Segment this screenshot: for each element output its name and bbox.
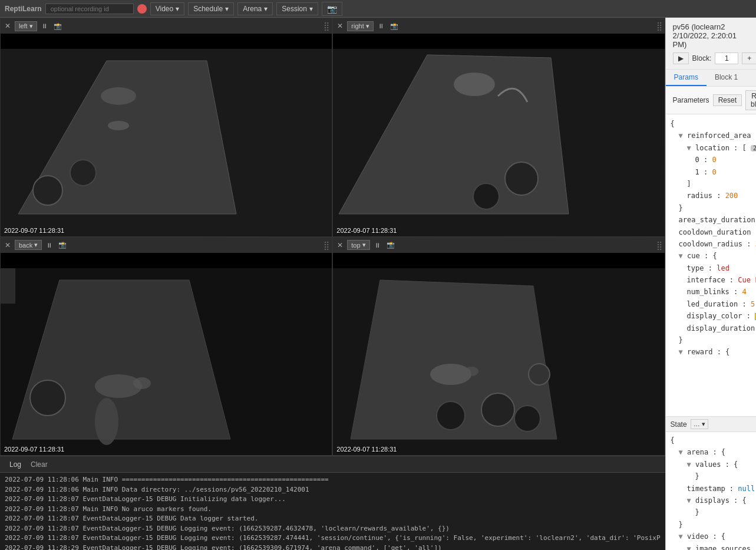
json-tree-line: 1 : 0 (671, 166, 751, 178)
json-tree-line: ▼ reinforced_area : { (671, 130, 751, 141)
camera-right-label: right (351, 22, 364, 29)
svg-rect-15 (1, 268, 15, 304)
log-tab[interactable]: Log (5, 459, 26, 470)
state-tree-line: } (671, 506, 751, 518)
block-add-button[interactable]: + (742, 52, 756, 64)
camera-back-label: back (19, 242, 32, 249)
video-menu[interactable]: Video ▾ (150, 2, 184, 15)
app-brand: ReptiLearn (5, 5, 42, 13)
state-tree-line: ▼ arena : { (671, 446, 751, 458)
play-button[interactable]: ▶ (673, 52, 689, 64)
schedule-menu[interactable]: Schedule ▾ (188, 2, 234, 15)
camera-top-close[interactable]: ✕ (335, 241, 345, 250)
json-tree-line: } (671, 334, 751, 346)
camera-back-label-btn[interactable]: back ▾ (15, 240, 42, 250)
json-tree-line: ▼ location : [ 2 items (671, 142, 751, 154)
schedule-menu-label: Schedule (193, 5, 223, 13)
session-menu-arrow: ▾ (309, 5, 313, 13)
log-line: 2022-07-09 11:28:07 EventDataLogger-15 D… (5, 533, 661, 544)
arena-menu[interactable]: Arena ▾ (237, 2, 273, 15)
camera-icon: 📷 (327, 4, 337, 14)
camera-top-header: ✕ top ▾ ⏸ 📸 ⣿ (333, 238, 664, 253)
camera-right-snap[interactable]: 📸 (388, 22, 400, 31)
video-panel: ✕ left ▾ ⏸ 📸 ⣿ (0, 18, 665, 550)
camera-back-close[interactable]: ✕ (3, 241, 12, 250)
navbar: ReptiLearn Video ▾ Schedule ▾ Arena ▾ Se… (0, 0, 756, 18)
json-tree-line: 0 : 0 (671, 154, 751, 166)
session-menu[interactable]: Session ▾ (276, 2, 318, 15)
camera-left-content (1, 34, 332, 236)
camera-left-close[interactable]: ✕ (3, 21, 12, 31)
arena-menu-arrow: ▾ (264, 5, 268, 13)
state-header: State … ▾ (666, 416, 756, 432)
camera-top-snap[interactable]: 📸 (385, 241, 397, 249)
camera-left-label: left (19, 22, 28, 29)
camera-right-bg (333, 49, 664, 236)
camera-top-label-btn[interactable]: top ▾ (347, 240, 369, 250)
rp-header: pv56 (loclearn2 2/10/2022, 2:20:01 PM) ▶… (666, 18, 756, 70)
recording-id-input[interactable] (45, 4, 134, 14)
camera-left-label-btn[interactable]: left ▾ (15, 21, 37, 31)
state-tree-line: ▼ image_sources : { (671, 543, 751, 550)
state-tree-line: ▼ values : { (671, 459, 751, 470)
record-button[interactable] (137, 4, 147, 14)
state-tree-line: ▼ video : { (671, 531, 751, 542)
video-menu-label: Video (156, 5, 173, 13)
log-line: 2022-07-09 11:28:07 EventDataLogger-15 D… (5, 524, 661, 534)
camera-top-bg (333, 268, 664, 456)
camera-right-drag[interactable]: ⣿ (656, 21, 662, 31)
params-toolbar: Parameters Reset Reset blocks (666, 87, 756, 114)
log-header: Log Clear (0, 456, 665, 473)
log-line: 2022-07-09 11:28:06 Main INFO Data direc… (5, 485, 661, 495)
json-tree-line: ▼ cue : { (671, 250, 751, 262)
reset-params-button[interactable]: Reset (713, 94, 742, 106)
camera-top-drag[interactable]: ⣿ (656, 241, 662, 250)
camera-right-pause[interactable]: ⏸ (376, 22, 386, 30)
camera-left-drag[interactable]: ⣿ (323, 21, 329, 31)
block-input[interactable] (715, 52, 738, 64)
log-clear-button[interactable]: Clear (31, 460, 48, 469)
state-tree-line: } (671, 470, 751, 482)
camera-back-drag[interactable]: ⣿ (323, 241, 329, 250)
camera-left-arrow: ▾ (29, 22, 33, 30)
rp-title: pv56 (loclearn2 2/10/2022, 2:20:01 PM) (673, 22, 749, 49)
state-label: State (671, 420, 687, 429)
svg-point-20 (481, 393, 514, 426)
camera-top-label: top (351, 242, 360, 249)
camera-top-pause[interactable]: ⏸ (372, 241, 382, 249)
svg-point-23 (430, 364, 471, 385)
camera-top-timestamp: 2022-09-07 11:28:31 (336, 446, 397, 453)
camera-toggle[interactable]: 📷 (322, 2, 342, 16)
svg-point-3 (70, 160, 96, 186)
state-dropdown[interactable]: … ▾ (691, 419, 708, 429)
camera-right: ✕ right ▾ ⏸ 📸 ⣿ (332, 18, 665, 237)
tab-params[interactable]: Params (666, 70, 707, 86)
camera-back-timestamp: 2022-09-07 11:28:31 (4, 446, 64, 453)
camera-left-snap[interactable]: 📸 (52, 22, 64, 31)
svg-point-4 (101, 87, 136, 105)
reset-blocks-button[interactable]: Reset blocks (745, 90, 756, 110)
camera-back: ✕ back ▾ ⏸ 📸 ⣿ (0, 237, 332, 456)
tab-block1[interactable]: Block 1 (707, 70, 746, 86)
camera-top-arrow: ▾ (362, 241, 366, 249)
camera-right-label-btn[interactable]: right ▾ (347, 21, 373, 31)
parameters-label: Parameters (673, 96, 709, 104)
json-tree-line: interface : Cue LED (671, 274, 751, 286)
log-line: 2022-07-09 11:28:06 Main INFO ==========… (5, 475, 661, 485)
camera-back-pause[interactable]: ⏸ (44, 241, 54, 249)
main-layout: ✕ left ▾ ⏸ 📸 ⣿ (0, 18, 756, 550)
camera-left-pause[interactable]: ⏸ (39, 22, 49, 30)
camera-back-content (1, 253, 332, 456)
log-line: 2022-07-09 11:28:07 EventDataLogger-15 D… (5, 495, 661, 505)
log-content[interactable]: 2022-07-09 11:28:06 Main INFO ==========… (0, 473, 665, 550)
camera-right-close[interactable]: ✕ (335, 21, 345, 31)
camera-back-header: ✕ back ▾ ⏸ 📸 ⣿ (1, 238, 332, 253)
json-tree-line: } (671, 202, 751, 214)
camera-back-snap[interactable]: 📸 (57, 241, 68, 249)
svg-point-22 (514, 406, 540, 432)
session-menu-label: Session (282, 5, 307, 13)
svg-point-17 (133, 377, 151, 389)
json-tree-line: ▼ reward : { (671, 346, 751, 358)
state-tree-line: { (671, 434, 751, 446)
json-tree-line: cooldown_radius : 300 (671, 238, 751, 250)
